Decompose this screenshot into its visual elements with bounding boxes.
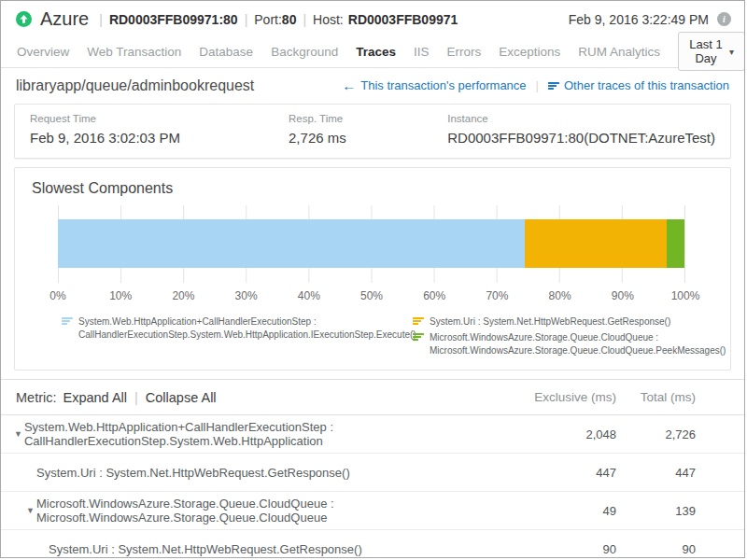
exclusive-ms-value: 90 (514, 542, 616, 556)
header-instance-id: RD0003FFB09971:80 (109, 12, 238, 27)
x-tick: 60% (423, 289, 445, 302)
port-value: 80 (282, 12, 297, 27)
app-header: Azure | RD0003FFB09971:80 | Port: 80 | H… (1, 1, 744, 35)
legend-item-httpapplication: System.Web.HttpApplication+CallHandlerEx… (62, 315, 405, 342)
metric-name-httpapplication[interactable]: ▼ System.Web.HttpApplication+CallHandler… (1, 420, 514, 448)
table-row: ▼ System.Web.HttpApplication+CallHandler… (1, 415, 744, 454)
stacked-bar (58, 219, 684, 268)
legend-item-getresponse: System.Uri : System.Net.HttpWebRequest.G… (413, 315, 726, 329)
metric-name-getresponse: System.Uri : System.Net.HttpWebRequest.G… (1, 466, 514, 480)
tab-web-transaction[interactable]: Web Transaction (87, 45, 181, 59)
tab-errors[interactable]: Errors (447, 45, 482, 59)
x-axis: 0% 10% 20% 30% 40% 50% 60% 70% 80% 90% 1… (58, 289, 685, 303)
app-name: Azure (40, 8, 89, 30)
transaction-performance-link[interactable]: ← This transaction's performance (342, 78, 526, 92)
chart-legend: System.Web.HttpApplication+CallHandlerEx… (15, 303, 730, 357)
tab-overview[interactable]: Overview (17, 45, 69, 59)
total-ms-value: 90 (616, 542, 696, 556)
bar-segment-httpapplication[interactable] (58, 219, 525, 268)
legend-swatch-icon (413, 317, 424, 325)
total-ms-value: 447 (616, 466, 696, 480)
table-row: System.Uri : System.Net.HttpWebRequest.G… (1, 454, 744, 492)
time-range-label: Last 1 Day (689, 37, 723, 65)
legend-swatch-icon (413, 333, 424, 341)
x-tick: 0% (49, 289, 65, 302)
health-status-icon (16, 11, 32, 27)
expand-all-button[interactable]: Expand All (63, 390, 128, 405)
metric-name-getresponse-nested: System.Uri : System.Net.HttpWebRequest.G… (1, 542, 514, 556)
left-arrow-icon: ← (342, 78, 356, 92)
chevron-down-icon: ▾ (729, 47, 734, 57)
x-tick: 10% (109, 289, 132, 302)
legend-swatch-icon (62, 317, 73, 325)
header-separator: | (245, 12, 248, 27)
resp-time-value: 2,726 ms (289, 130, 447, 146)
metric-label: Metric: (16, 390, 57, 405)
transaction-row: libraryapp/queue/adminbookrequest ← This… (1, 68, 744, 103)
tab-traces[interactable]: Traces (356, 45, 396, 59)
port-label: Port: (254, 12, 282, 27)
metric-table-header: Metric: Expand All | Collapse All Exclus… (1, 379, 744, 415)
host-value: RD0003FFB09971 (348, 12, 458, 27)
bar-segment-cloudqueue[interactable] (667, 219, 684, 268)
trace-details-panel: Request Time Feb 9, 2016 3:02:03 PM Resp… (14, 104, 731, 159)
tab-iis[interactable]: IIS (414, 45, 430, 59)
chart-title: Slowest Components (15, 180, 730, 197)
tab-database[interactable]: Database (199, 45, 253, 59)
legend-item-cloudqueue: Microsoft.WindowsAzure.Storage.Queue.Clo… (413, 331, 726, 357)
x-tick: 90% (612, 289, 634, 302)
tab-exceptions[interactable]: Exceptions (499, 45, 560, 59)
app-window: Azure | RD0003FFB09971:80 | Port: 80 | H… (0, 0, 745, 558)
current-timestamp: Feb 9, 2016 3:22:49 PM (569, 12, 709, 27)
host-label: Host: (313, 12, 344, 27)
tab-rum-analytics[interactable]: RUM Analytics (578, 45, 660, 59)
bar-segment-getresponse[interactable] (525, 219, 667, 268)
total-ms-value: 2,726 (616, 427, 696, 441)
slowest-components-panel: Slowest Components 0% 10% 20% 30% 40% 50… (14, 167, 731, 371)
instance-label: Instance (447, 113, 715, 124)
chart-plot: 0% 10% 20% 30% 40% 50% 60% 70% 80% 90% 1… (15, 205, 730, 303)
header-separator: | (303, 12, 306, 27)
x-tick: 80% (549, 289, 571, 302)
column-header-total: Total (ms) (616, 390, 696, 404)
x-tick: 30% (235, 289, 258, 302)
exclusive-ms-value: 447 (514, 466, 616, 480)
request-time-label: Request Time (30, 113, 289, 124)
chart-grid (58, 205, 685, 283)
exclusive-ms-value: 49 (514, 504, 616, 518)
x-tick: 20% (172, 289, 194, 302)
other-traces-link[interactable]: Other traces of this transaction (548, 78, 729, 92)
nav-tabs: Overview Web Transaction Database Backgr… (1, 35, 744, 68)
x-tick: 100% (671, 289, 700, 302)
x-tick: 50% (360, 289, 383, 302)
tab-background[interactable]: Background (271, 45, 338, 59)
trace-list-icon (548, 82, 559, 90)
link-divider: | (536, 78, 539, 92)
metric-name-cloudqueue[interactable]: ▼ Microsoft.WindowsAzure.Storage.Queue.C… (1, 497, 514, 525)
column-header-exclusive: Exclusive (ms) (514, 390, 616, 404)
info-icon[interactable]: i (717, 12, 731, 26)
transaction-name: libraryapp/queue/adminbookrequest (16, 77, 254, 94)
header-divider: | (134, 390, 138, 405)
instance-value: RD0003FFB09971:80(DOTNET:AzureTest) (447, 130, 715, 146)
total-ms-value: 139 (616, 504, 696, 518)
collapse-triangle-icon[interactable]: ▼ (14, 429, 22, 439)
x-tick: 40% (298, 289, 320, 302)
resp-time-label: Resp. Time (289, 113, 447, 124)
header-separator: | (99, 12, 103, 27)
time-range-dropdown[interactable]: Last 1 Day ▾ (678, 32, 745, 71)
request-time-value: Feb 9, 2016 3:02:03 PM (30, 130, 289, 146)
exclusive-ms-value: 2,048 (514, 427, 616, 441)
collapse-all-button[interactable]: Collapse All (146, 390, 217, 405)
x-tick: 70% (486, 289, 508, 302)
table-row: ▼ Microsoft.WindowsAzure.Storage.Queue.C… (1, 492, 744, 530)
table-row: System.Uri : System.Net.HttpWebRequest.G… (1, 530, 744, 558)
collapse-triangle-icon[interactable]: ▼ (26, 506, 35, 515)
